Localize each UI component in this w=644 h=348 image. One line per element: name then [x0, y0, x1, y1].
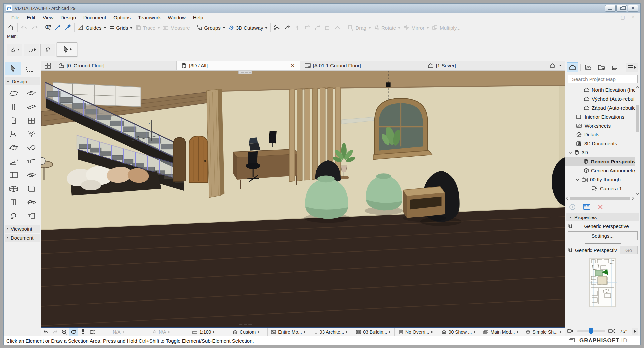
object-tool[interactable] — [6, 129, 22, 140]
split-tool-icon[interactable] — [272, 23, 282, 33]
tab-1-sever[interactable]: [1 Sever] — [423, 61, 546, 70]
zoom-in-button[interactable] — [60, 328, 69, 336]
quick-option-scale[interactable]: 1:100 — [182, 328, 225, 336]
roof-tool[interactable] — [6, 142, 22, 153]
menu-window[interactable]: Window — [164, 15, 189, 20]
panel-tool[interactable] — [6, 197, 22, 208]
expander-open-icon[interactable] — [568, 151, 572, 154]
menu-teamwork[interactable]: Teamwork — [134, 15, 164, 20]
quick-option-layers[interactable]: Custom — [225, 328, 267, 336]
marquee-single-button[interactable] — [7, 44, 22, 56]
project-map-button[interactable] — [567, 62, 578, 72]
coffee-table[interactable] — [403, 187, 447, 222]
quick-option-model-filter[interactable]: Entire Mo... — [267, 328, 310, 336]
navigator-menu-button[interactable] — [626, 63, 638, 72]
tree-item-3d[interactable]: 3D — [565, 148, 635, 157]
wooden-door[interactable] — [189, 136, 208, 182]
tab-close-icon[interactable]: ✕ — [291, 63, 295, 69]
fit-in-window-button[interactable] — [88, 328, 97, 336]
arched-door-recess[interactable] — [173, 137, 186, 182]
search-input[interactable] — [572, 76, 638, 82]
scroll-right-icon[interactable] — [631, 196, 635, 200]
fillet-tool-icon[interactable] — [312, 23, 322, 33]
properties-header[interactable]: Properties — [566, 213, 639, 221]
toolbox-section-viewpoint[interactable]: Viewpoint — [5, 225, 40, 233]
fov-slider-thumb[interactable] — [589, 328, 593, 335]
lamp-tool[interactable] — [23, 129, 39, 140]
window-tool[interactable] — [23, 115, 39, 126]
viewport-3d-scene[interactable]: x z — [41, 71, 565, 327]
minimize-button[interactable] — [605, 5, 616, 12]
delete-viewpoint-button[interactable] — [597, 204, 603, 210]
wall-tool[interactable] — [6, 88, 22, 99]
tabbar-dropdown-button[interactable] — [546, 61, 565, 70]
menu-options[interactable]: Options — [110, 15, 134, 20]
project-map-search[interactable] — [568, 75, 638, 83]
menu-view[interactable]: View — [39, 15, 57, 20]
tree-item-generic-perspective[interactable]: Generic Perspective — [565, 157, 635, 166]
quick-option-orientation[interactable]: N/A — [140, 328, 182, 336]
rotate-button[interactable]: Rotate — [372, 23, 402, 33]
viewport-3d[interactable]: x z — [41, 71, 565, 327]
view-back-button[interactable] — [41, 328, 51, 336]
titlebar[interactable]: VIZUALIZACIE! - Archicad 29 — [4, 4, 640, 13]
panel-splitter[interactable] — [565, 242, 640, 245]
skylight-tool[interactable] — [23, 169, 39, 181]
shell-tool[interactable] — [23, 142, 39, 153]
quick-option-overrides[interactable]: No Overri... — [394, 328, 437, 336]
minimap-preview[interactable] — [565, 255, 640, 326]
menu-file[interactable]: File — [8, 15, 23, 20]
drag-button[interactable]: Drag — [346, 23, 372, 33]
undo-button[interactable] — [19, 23, 29, 33]
snap-magnet-button[interactable] — [40, 44, 55, 56]
align-tool-icon[interactable] — [292, 23, 302, 33]
mesh-tool[interactable] — [23, 197, 39, 208]
adjust-tool-icon[interactable] — [282, 23, 292, 33]
door-tool[interactable] — [6, 115, 22, 126]
tree-item-3d-documents[interactable]: 3D Documents — [565, 139, 635, 148]
graphisoft-id-cell[interactable]: GRAPHISOFTID — [565, 336, 640, 345]
tree-item-camera-1[interactable]: Camera 1 — [565, 184, 635, 193]
roof-tool-icon[interactable] — [332, 23, 342, 33]
expander-open-icon[interactable] — [576, 178, 579, 181]
tree-item-generic-axonometry[interactable]: Generic Axonometry — [565, 166, 635, 175]
publisher-sets-button[interactable] — [609, 62, 620, 72]
opening-tool[interactable] — [23, 183, 39, 194]
tree-item-vychod[interactable]: Východ (Auto-rebuild — [565, 94, 635, 103]
menu-document[interactable]: Document — [80, 15, 110, 20]
timber-post[interactable] — [206, 89, 224, 198]
tree-item-00-fly-through[interactable]: 00 fly-through — [565, 175, 635, 184]
inject-parameters-button[interactable] — [63, 23, 73, 33]
restore-button[interactable] — [616, 5, 627, 12]
tab-a011-ground-floor[interactable]: [A.01.1 Ground Floor] — [300, 61, 423, 70]
multiply-button[interactable]: Multiply... — [430, 23, 462, 33]
camera-flyout-button[interactable] — [632, 328, 638, 335]
scroll-down-icon[interactable] — [636, 192, 640, 196]
orbit-button[interactable] — [69, 328, 78, 336]
tree-item-zapad[interactable]: Západ (Auto-rebuild — [565, 103, 635, 112]
camera-wide-icon[interactable] — [608, 329, 615, 334]
measure-button[interactable]: 12 Measure — [161, 23, 191, 33]
scrollbar-thumb[interactable] — [636, 105, 639, 132]
home-button[interactable] — [6, 23, 16, 33]
explore-walk-button[interactable] — [78, 328, 88, 336]
redo-button[interactable] — [29, 23, 39, 33]
tree-horizontal-scrollbar[interactable] — [565, 196, 635, 201]
zone-tool[interactable] — [23, 210, 39, 221]
close-button[interactable] — [628, 5, 638, 12]
tree-item-interior-elevations[interactable]: Interior Elevations — [565, 112, 635, 121]
pickup-parameters-button[interactable] — [53, 23, 63, 33]
quick-option-renovation[interactable]: 00 Show ... — [437, 328, 480, 336]
quick-option-pen-set[interactable]: 03 Archite... — [310, 328, 352, 336]
grids-button[interactable]: Grids — [108, 23, 134, 33]
tab-overview-button[interactable] — [41, 61, 54, 70]
beam-tool[interactable] — [23, 101, 39, 113]
scroll-left-icon[interactable] — [565, 196, 569, 200]
railing-tool[interactable] — [23, 156, 39, 167]
marquee-multi-button[interactable] — [24, 44, 39, 56]
settings-button[interactable]: Settings... — [568, 231, 638, 240]
view-forward-button[interactable] — [51, 328, 60, 336]
tree-item-details[interactable]: Details — [565, 130, 635, 139]
toolbox-section-document[interactable]: Document — [5, 234, 40, 242]
column-tool[interactable] — [6, 101, 22, 113]
